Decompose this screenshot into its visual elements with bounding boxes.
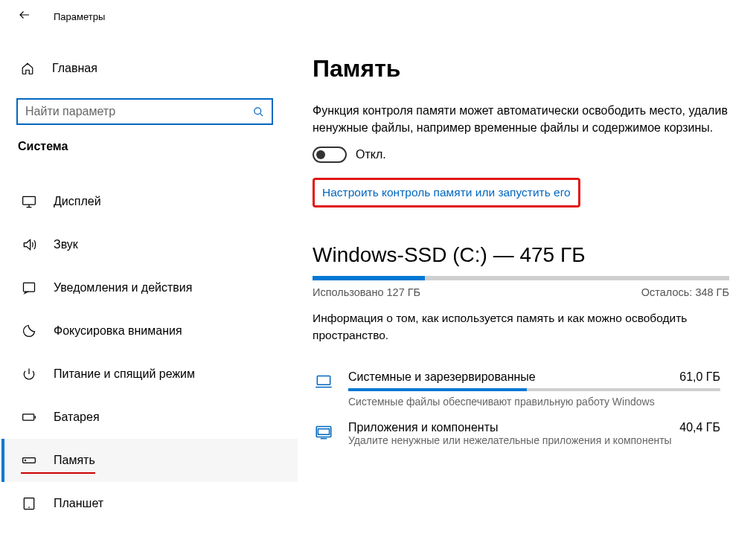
- category-size: 61,0 ГБ: [679, 370, 720, 384]
- nav-list: ДисплейЗвукУведомления и действияФокусир…: [0, 180, 298, 534]
- main-content: Память Функция контроля памяти может авт…: [298, 33, 756, 534]
- laptop-icon: [313, 370, 335, 391]
- display-icon: [21, 194, 37, 209]
- svg-rect-1: [23, 196, 36, 205]
- drive-usage-bar: [313, 276, 729, 280]
- category-label: Система: [0, 140, 298, 153]
- storage-icon: [21, 453, 37, 468]
- category-size: 40,4 ГБ: [679, 421, 720, 434]
- tablet-icon: [21, 496, 37, 511]
- nav-item-label: Батарея: [54, 411, 100, 424]
- toggle-state-label: Откл.: [356, 148, 386, 161]
- power-icon: [21, 367, 37, 382]
- search-input[interactable]: [25, 105, 264, 118]
- category-name: Приложения и компоненты: [348, 421, 498, 434]
- storage-category-row[interactable]: Системные и зарезервированные61,0 ГБСист…: [313, 364, 741, 415]
- used-label: Использовано 127 ГБ: [313, 286, 420, 298]
- sound-icon: [21, 237, 37, 252]
- storage-category-row[interactable]: Приложения и компоненты40,4 ГБУдалите не…: [313, 415, 741, 454]
- nav-item-sound[interactable]: Звук: [0, 223, 298, 266]
- notify-icon: [21, 280, 37, 295]
- svg-rect-9: [318, 429, 329, 435]
- nav-item-tablet[interactable]: Планшет: [0, 482, 298, 525]
- nav-item-label: Уведомления и действия: [54, 281, 192, 295]
- nav-item-label: Память: [54, 454, 95, 467]
- header-bar: Параметры: [0, 0, 756, 33]
- category-subtext: Удалите ненужные или нежелательные прило…: [348, 434, 720, 446]
- nav-item-power[interactable]: Питание и спящий режим: [0, 353, 298, 396]
- search-icon: [253, 106, 264, 120]
- storage-sense-toggle[interactable]: [313, 147, 347, 163]
- nav-item-storage[interactable]: Память: [0, 439, 298, 482]
- configure-storage-sense-link[interactable]: Настроить контроль памяти или запустить …: [322, 186, 571, 199]
- sidebar: Главная Система ДисплейЗвукУведомления и…: [0, 33, 298, 534]
- svg-rect-3: [23, 414, 34, 420]
- drive-usage-labels: Использовано 127 ГБ Осталось: 348 ГБ: [313, 286, 729, 298]
- home-icon: [19, 62, 36, 75]
- nav-item-label: Планшет: [54, 497, 103, 510]
- annotation-underline: [21, 472, 95, 474]
- nav-item-notify[interactable]: Уведомления и действия: [0, 266, 298, 309]
- search-box[interactable]: [16, 98, 273, 125]
- category-bar: [348, 388, 720, 391]
- highlighted-link-box: Настроить контроль памяти или запустить …: [313, 178, 580, 208]
- nav-item-label: Фокусировка внимания: [54, 324, 182, 338]
- svg-point-5: [25, 460, 25, 460]
- nav-item-focus[interactable]: Фокусировка внимания: [0, 309, 298, 353]
- nav-item-label: Звук: [54, 238, 78, 251]
- drive-title: Windows-SSD (C:) — 475 ГБ: [313, 243, 741, 267]
- window-title: Параметры: [54, 11, 105, 22]
- nav-item-battery[interactable]: Батарея: [0, 396, 298, 439]
- battery-icon: [21, 410, 37, 425]
- svg-rect-2: [24, 283, 35, 292]
- svg-rect-7: [317, 376, 330, 385]
- nav-item-label: Дисплей: [54, 195, 101, 208]
- home-button[interactable]: Главная: [0, 51, 298, 86]
- page-title: Память: [313, 55, 741, 83]
- storage-sense-description: Функция контроля памяти может автоматиче…: [313, 102, 729, 136]
- drive-info-text: Информация о том, как используется памят…: [313, 310, 729, 344]
- free-label: Осталось: 348 ГБ: [641, 286, 729, 298]
- focus-icon: [21, 324, 37, 338]
- home-label: Главная: [52, 62, 97, 75]
- back-button[interactable]: [13, 5, 36, 28]
- svg-point-0: [254, 108, 261, 115]
- apps-icon: [313, 421, 335, 442]
- nav-item-display[interactable]: Дисплей: [0, 180, 298, 223]
- category-list: Системные и зарезервированные61,0 ГБСист…: [313, 364, 741, 454]
- category-name: Системные и зарезервированные: [348, 370, 536, 384]
- nav-item-label: Питание и спящий режим: [54, 367, 195, 381]
- category-subtext: Системные файлы обеспечивают правильную …: [348, 396, 720, 408]
